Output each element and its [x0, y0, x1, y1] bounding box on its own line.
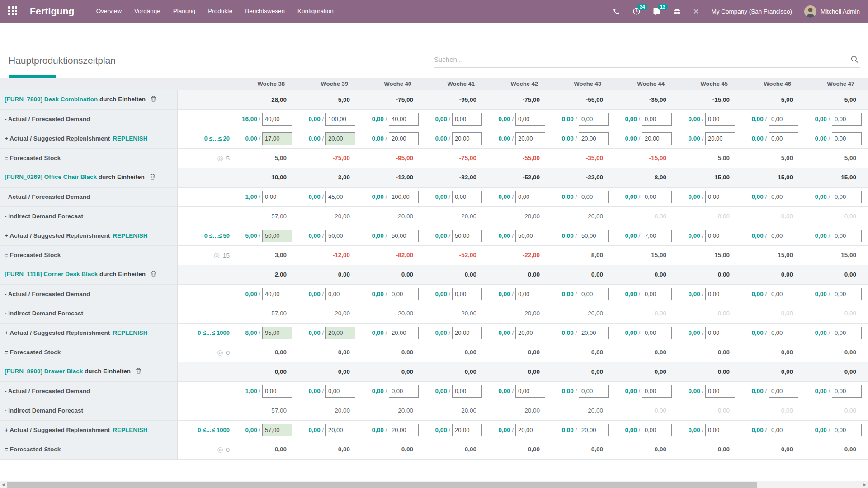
- forecast-demand-input[interactable]: [262, 288, 292, 300]
- suggested-replenishment-input[interactable]: [515, 230, 545, 242]
- suggested-replenishment-input[interactable]: [452, 132, 482, 145]
- activities-icon[interactable]: 34: [632, 7, 641, 15]
- delete-product-icon[interactable]: [150, 174, 156, 181]
- forecast-demand-input[interactable]: [705, 113, 735, 126]
- forecast-demand-input[interactable]: [642, 385, 672, 398]
- forecast-demand-input[interactable]: [326, 385, 355, 398]
- phone-icon[interactable]: [613, 8, 620, 15]
- suggested-replenishment-input[interactable]: [579, 327, 609, 339]
- search-icon[interactable]: [850, 55, 859, 66]
- menu-item-overview[interactable]: Overview: [90, 0, 128, 23]
- forecast-demand-input[interactable]: [515, 385, 545, 398]
- suggested-replenishment-input[interactable]: [326, 230, 355, 242]
- forecast-demand-input[interactable]: [769, 385, 798, 398]
- suggested-replenishment-input[interactable]: [515, 327, 545, 339]
- suggested-replenishment-input[interactable]: [642, 230, 672, 242]
- suggested-replenishment-input[interactable]: [642, 132, 672, 145]
- forecast-demand-input[interactable]: [452, 113, 482, 126]
- forecast-demand-input[interactable]: [389, 113, 419, 126]
- suggested-replenishment-input[interactable]: [769, 424, 798, 436]
- forecast-demand-input[interactable]: [262, 191, 292, 203]
- delete-product-icon[interactable]: [151, 271, 156, 278]
- suggested-replenishment-input[interactable]: [832, 327, 862, 339]
- suggested-replenishment-input[interactable]: [389, 132, 419, 145]
- company-switcher[interactable]: My Company (San Francisco): [711, 8, 792, 15]
- forecast-demand-input[interactable]: [579, 113, 609, 126]
- forecast-demand-input[interactable]: [769, 113, 798, 126]
- row-replenish-link[interactable]: REPLENISH: [113, 329, 147, 336]
- apps-grid-icon[interactable]: [8, 6, 18, 16]
- user-menu[interactable]: Mitchell Admin: [804, 5, 860, 18]
- forecast-demand-input[interactable]: [832, 191, 862, 203]
- forecast-demand-input[interactable]: [642, 288, 672, 300]
- replenish-range-link[interactable]: 0 ≤…≤ 20: [204, 135, 230, 142]
- menu-item-vorgaenge[interactable]: Vorgänge: [128, 0, 167, 23]
- row-replenish-link[interactable]: REPLENISH: [113, 427, 147, 433]
- replenish-range-link[interactable]: 0 ≤…≤ 1000: [198, 329, 230, 336]
- suggested-replenishment-input[interactable]: [579, 132, 609, 145]
- suggested-replenishment-input[interactable]: [389, 424, 419, 436]
- product-link[interactable]: [FURN_0269] Office Chair Black: [5, 174, 97, 180]
- suggested-replenishment-input[interactable]: [389, 327, 419, 339]
- menu-item-berichtswesen[interactable]: Berichtswesen: [239, 0, 291, 23]
- forecast-demand-input[interactable]: [832, 385, 862, 398]
- forecast-demand-input[interactable]: [326, 113, 355, 126]
- suggested-replenishment-input[interactable]: [705, 327, 735, 339]
- forecast-demand-input[interactable]: [832, 113, 862, 126]
- suggested-replenishment-input[interactable]: [769, 327, 798, 339]
- forecast-demand-input[interactable]: [642, 113, 672, 126]
- tools-icon[interactable]: ✕: [693, 7, 699, 16]
- app-title[interactable]: Fertigung: [30, 6, 75, 17]
- forecast-demand-input[interactable]: [262, 113, 292, 126]
- replenish-range-link[interactable]: 0 ≤…≤ 50: [204, 232, 230, 239]
- delete-product-icon[interactable]: [136, 368, 142, 375]
- replenish-range-link[interactable]: 0 ≤…≤ 1000: [198, 427, 230, 433]
- forecast-demand-input[interactable]: [642, 191, 672, 203]
- gift-icon[interactable]: [673, 8, 681, 15]
- suggested-replenishment-input[interactable]: [832, 230, 862, 242]
- suggested-replenishment-input[interactable]: [515, 424, 545, 436]
- forecast-demand-input[interactable]: [389, 191, 419, 203]
- suggested-replenishment-input[interactable]: [642, 327, 672, 339]
- row-replenish-link[interactable]: REPLENISH: [113, 232, 147, 239]
- forecast-demand-input[interactable]: [769, 288, 798, 300]
- forecast-demand-input[interactable]: [515, 288, 545, 300]
- suggested-replenishment-input[interactable]: [832, 424, 862, 436]
- forecast-demand-input[interactable]: [326, 191, 355, 203]
- forecast-demand-input[interactable]: [262, 385, 292, 398]
- suggested-replenishment-input[interactable]: [452, 230, 482, 242]
- forecast-demand-input[interactable]: [579, 288, 609, 300]
- delete-product-icon[interactable]: [151, 96, 156, 103]
- suggested-replenishment-input[interactable]: [769, 230, 798, 242]
- suggested-replenishment-input[interactable]: [326, 327, 355, 339]
- forecast-demand-input[interactable]: [705, 288, 735, 300]
- suggested-replenishment-input[interactable]: [705, 132, 735, 145]
- suggested-replenishment-input[interactable]: [579, 424, 609, 436]
- suggested-replenishment-input[interactable]: [515, 132, 545, 145]
- suggested-replenishment-input[interactable]: [262, 424, 292, 436]
- suggested-replenishment-input[interactable]: [705, 424, 735, 436]
- suggested-replenishment-input[interactable]: [326, 132, 355, 145]
- product-link[interactable]: [FURN_1118] Corner Desk Black: [5, 271, 98, 277]
- row-replenish-link[interactable]: REPLENISH: [113, 135, 147, 142]
- suggested-replenishment-input[interactable]: [452, 424, 482, 436]
- suggested-replenishment-input[interactable]: [262, 132, 292, 145]
- suggested-replenishment-input[interactable]: [705, 230, 735, 242]
- menu-item-produkte[interactable]: Produkte: [202, 0, 239, 23]
- suggested-replenishment-input[interactable]: [262, 230, 292, 242]
- product-link[interactable]: [FURN_8900] Drawer Black: [5, 368, 83, 375]
- search-input[interactable]: [434, 52, 844, 67]
- forecast-demand-input[interactable]: [832, 288, 862, 300]
- forecast-demand-input[interactable]: [705, 385, 735, 398]
- forecast-demand-input[interactable]: [326, 288, 355, 300]
- forecast-demand-input[interactable]: [389, 288, 419, 300]
- menu-item-konfiguration[interactable]: Konfiguration: [291, 0, 340, 23]
- product-link[interactable]: [FURN_7800] Desk Combination: [5, 96, 98, 103]
- forecast-demand-input[interactable]: [579, 385, 609, 398]
- suggested-replenishment-input[interactable]: [262, 327, 292, 339]
- forecast-demand-input[interactable]: [452, 385, 482, 398]
- suggested-replenishment-input[interactable]: [579, 230, 609, 242]
- suggested-replenishment-input[interactable]: [769, 132, 798, 145]
- suggested-replenishment-input[interactable]: [452, 327, 482, 339]
- forecast-demand-input[interactable]: [452, 191, 482, 203]
